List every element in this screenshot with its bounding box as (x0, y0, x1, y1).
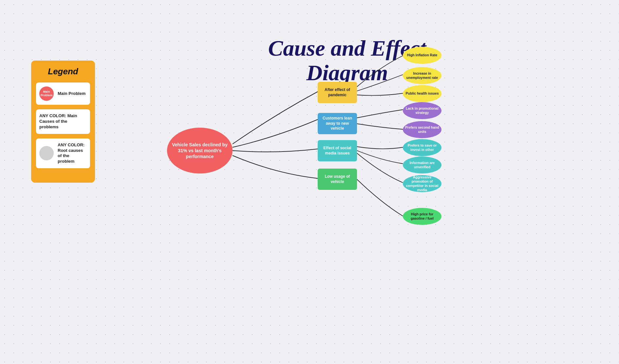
cause-node-2: Customers lean away to new vehicle (318, 113, 357, 134)
root-cause-icon (39, 146, 54, 160)
legend-box: Legend MainProblem Main Problem ANY COLO… (31, 61, 95, 183)
legend-main-label: Main Problem (58, 91, 85, 97)
cause-node-4: Low usage of vehicle (318, 169, 357, 190)
main-problem-icon: MainProblem (39, 86, 54, 101)
main-problem-node: Vehicle Sales declined by 31% vs last mo… (167, 128, 233, 173)
legend-item-roots: ANY COLOR: Root causes of the problem (36, 138, 90, 169)
diagram-title: Cause and Effect Diagram (141, 36, 553, 85)
legend-item-main: MainProblem Main Problem (36, 82, 90, 105)
root-node-1: High Inflation Rate (403, 47, 441, 64)
cause-node-1: After effect of pandemic (318, 82, 357, 103)
cause-node-3: Effect of social media issues (318, 140, 357, 161)
root-node-9: High price for gasoline / fuel (403, 208, 441, 225)
legend-causes-label: ANY COLOR: Main Causes of the problems (39, 113, 87, 130)
root-node-2: Increase in unemployment rate (403, 67, 441, 84)
root-node-5: Prefers second hand units (403, 121, 441, 138)
legend-item-causes: ANY COLOR: Main Causes of the problems (36, 109, 90, 134)
root-node-8: Aggressive promotion of competitor in so… (403, 175, 441, 192)
legend-roots-label: ANY COLOR: Root causes of the problem (58, 142, 87, 165)
legend-title: Legend (36, 66, 90, 77)
root-node-6: Prefers to save or invest in other (403, 139, 441, 156)
root-node-7: Information are unverified (403, 156, 441, 173)
root-node-4: Lack in promotional strategy (403, 102, 441, 119)
root-node-3: Public health issues (403, 85, 441, 102)
